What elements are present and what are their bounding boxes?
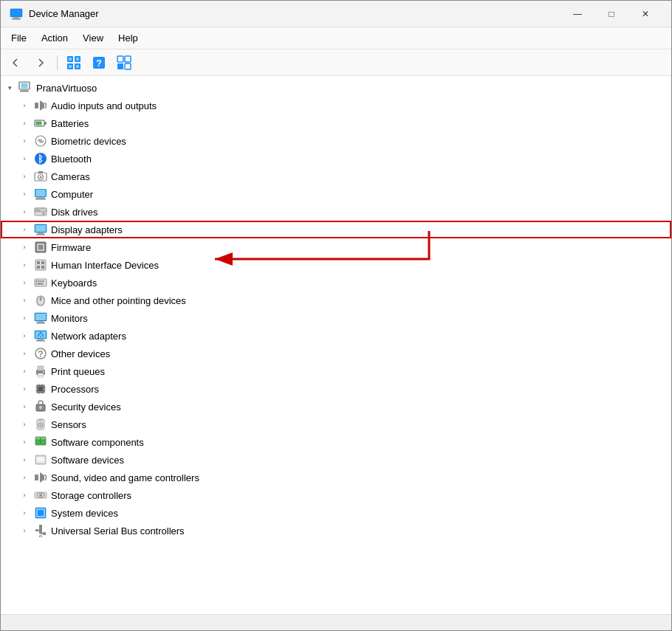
svg-rect-55 (38, 280, 40, 282)
main-content: ▾ PranaVirtuoso › (1, 76, 671, 614)
svg-rect-52 (41, 266, 44, 269)
menu-file[interactable]: File (4, 30, 34, 46)
usb-label: Universal Serial Bus controllers (51, 525, 185, 537)
audio-label: Audio inputs and outputs (51, 100, 157, 111)
system-expand[interactable]: › (18, 507, 30, 519)
audio-expand[interactable]: › (18, 100, 30, 111)
printer-icon (33, 364, 48, 379)
svg-rect-53 (35, 279, 47, 286)
display-adapter-icon (33, 222, 48, 237)
tree-node-display-adapters[interactable]: › Display adapters (1, 221, 671, 238)
network-expand[interactable]: › (18, 330, 30, 342)
hid-expand[interactable]: › (18, 259, 30, 271)
security-label: Security devices (51, 401, 121, 413)
properties-toolbar-btn[interactable] (112, 52, 136, 73)
svg-rect-54 (36, 280, 38, 282)
computer-expand[interactable]: › (18, 188, 30, 200)
svg-rect-36 (36, 190, 46, 196)
tree-node-other[interactable]: › ? Other devices (1, 345, 671, 362)
menu-action[interactable]: Action (34, 30, 75, 46)
minimize-button[interactable]: — (560, 1, 594, 27)
menu-help[interactable]: Help (111, 30, 145, 46)
tree-node-print[interactable]: › Print queues (1, 362, 671, 380)
sw-devices-expand[interactable]: › (18, 454, 30, 466)
other-expand[interactable]: › (18, 348, 30, 359)
tree-node-storage[interactable]: › Storage controllers (1, 486, 671, 504)
disk-expand[interactable]: › (18, 206, 30, 218)
usb-expand[interactable]: › (18, 525, 30, 537)
storage-label: Storage controllers (51, 490, 131, 501)
root-expand-arrow[interactable]: ▾ (4, 82, 16, 94)
svg-rect-35 (35, 199, 46, 200)
cameras-expand[interactable]: › (18, 170, 30, 182)
storage-expand[interactable]: › (18, 489, 30, 501)
tree-area[interactable]: ▾ PranaVirtuoso › (1, 76, 671, 614)
back-button[interactable] (4, 52, 27, 73)
tree-node-disk[interactable]: › Disk drives (1, 203, 671, 221)
tree-node-sound[interactable]: › Sound, video and game controllers (1, 469, 671, 486)
keyboards-expand[interactable]: › (18, 277, 30, 289)
tree-node-keyboards[interactable]: › Keyboards (1, 274, 671, 292)
biometric-label: Biometric devices (51, 136, 126, 147)
svg-rect-115 (35, 529, 38, 531)
tree-node-network[interactable]: › Network adapters (1, 327, 671, 345)
firmware-expand[interactable]: › (18, 241, 30, 253)
tree-node-usb[interactable]: › Universal Serial Bus controllers (1, 522, 671, 539)
svg-rect-44 (35, 225, 46, 232)
svg-rect-0 (10, 9, 22, 17)
tree-node-batteries[interactable]: › Batteries (1, 114, 671, 132)
sensors-expand[interactable]: › (18, 418, 30, 430)
tree-node-system[interactable]: › System devices (1, 504, 671, 522)
sw-components-expand[interactable]: › (18, 436, 30, 448)
svg-rect-102 (36, 457, 45, 463)
svg-rect-58 (36, 283, 38, 285)
batteries-label: Batteries (51, 118, 89, 129)
tree-root-node[interactable]: ▾ PranaVirtuoso (1, 79, 671, 97)
svg-rect-21 (35, 103, 38, 108)
tree-node-computer[interactable]: › Computer (1, 185, 671, 203)
help-toolbar-btn[interactable]: ? (87, 52, 111, 73)
svg-point-31 (40, 176, 42, 179)
tree-node-sw-components[interactable]: › Software components (1, 433, 671, 451)
hid-icon (33, 258, 48, 272)
forward-button[interactable] (29, 52, 52, 73)
svg-text:ᛒ: ᛒ (38, 154, 44, 165)
app-icon (10, 7, 23, 21)
toolbar-sep-1 (57, 55, 58, 70)
svg-rect-20 (21, 83, 28, 89)
svg-point-79 (43, 371, 44, 373)
batteries-expand[interactable]: › (18, 117, 30, 129)
tree-node-sensors[interactable]: › Sensors (1, 416, 671, 433)
display-expand[interactable]: › (18, 224, 30, 235)
tree-node-hid[interactable]: › Human Interface Devices (1, 256, 671, 274)
svg-rect-13 (117, 56, 123, 62)
tree-node-cameras[interactable]: › Cameras (1, 168, 671, 185)
processors-expand[interactable]: › (18, 383, 30, 395)
biometric-expand[interactable]: › (18, 135, 30, 147)
svg-text:?: ? (96, 58, 102, 69)
maximize-button[interactable]: □ (594, 1, 628, 27)
close-button[interactable]: ✕ (628, 1, 662, 27)
tree-node-security[interactable]: › Security devices (1, 398, 671, 416)
tree-node-mice[interactable]: › Mice and other pointing devices (1, 292, 671, 309)
bluetooth-expand[interactable]: › (18, 153, 30, 165)
svg-rect-76 (38, 366, 44, 370)
security-expand[interactable]: › (18, 401, 30, 413)
sound-expand[interactable]: › (18, 472, 30, 483)
tree-node-bluetooth[interactable]: › ᛒ Bluetooth (1, 150, 671, 168)
svg-rect-15 (117, 63, 123, 69)
device-manager-toolbar-btn[interactable] (62, 52, 86, 73)
tree-node-firmware[interactable]: › Firmware (1, 238, 671, 256)
menu-bar: File Action View Help (1, 27, 671, 49)
tree-node-audio[interactable]: › Audio inputs and outputs (1, 97, 671, 114)
tree-node-monitors[interactable]: › Monitors (1, 309, 671, 327)
menu-view[interactable]: View (75, 30, 111, 46)
other-device-icon: ? (33, 346, 48, 361)
tree-node-biometric[interactable]: › Biometric devices (1, 132, 671, 150)
monitors-expand[interactable]: › (18, 312, 30, 324)
print-expand[interactable]: › (18, 365, 30, 377)
svg-point-72 (40, 336, 41, 337)
mice-expand[interactable]: › (18, 294, 30, 306)
tree-node-processors[interactable]: › Processors (1, 380, 671, 398)
tree-node-sw-devices[interactable]: › Software devices (1, 451, 671, 469)
